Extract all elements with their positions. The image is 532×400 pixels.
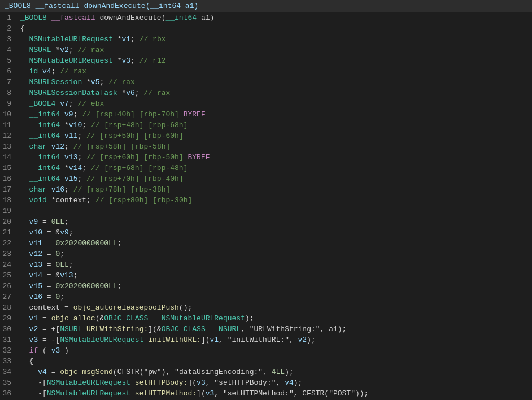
line-content: v4 = objc_msgSend(CFSTR("pw"), "dataUsin… (18, 367, 532, 377)
line-content: v12 = 0; (18, 249, 532, 259)
table-row: 10 __int64 v9; // [rsp+40h] [rbp-70h] BY… (0, 109, 532, 120)
line-content: context = objc_autoreleasepoolPush(); (18, 302, 532, 313)
line-number: 8 (0, 88, 18, 98)
line-content: { (18, 356, 532, 367)
line-number: 29 (0, 313, 18, 324)
table-row: 32 if ( v3 ) (0, 345, 532, 356)
line-number: 21 (0, 227, 18, 238)
line-number: 14 (0, 152, 18, 163)
line-number: 12 (0, 131, 18, 141)
line-content: v10 = &v9; (18, 227, 532, 238)
line-content (18, 206, 532, 216)
line-content: NSMutableURLRequest *v1; // rbx (18, 34, 532, 45)
line-content: __int64 *v10; // [rsp+48h] [rbp-68h] (18, 120, 532, 131)
line-number: 35 (0, 377, 18, 388)
line-content: NSURLSessionDataTask *v6; // rax (18, 88, 532, 98)
table-row: 24 v13 = 0LL; (0, 259, 532, 270)
line-number: 6 (0, 66, 18, 77)
line-number: 32 (0, 345, 18, 356)
table-row: 29 v1 = objc_alloc(&OBJC_CLASS___NSMutab… (0, 313, 532, 324)
title-bar: _BOOL8 __fastcall downAndExecute(__int64… (0, 0, 532, 12)
line-number: 33 (0, 356, 18, 367)
line-content: NSMutableURLRequest *v3; // r12 (18, 55, 532, 66)
line-number: 23 (0, 249, 18, 259)
table-row: 36 -[NSMutableURLRequest setHTTPMethod:]… (0, 388, 532, 399)
line-content: v1 = objc_alloc(&OBJC_CLASS___NSMutableU… (18, 313, 532, 324)
table-row: 16 __int64 v15; // [rsp+70h] [rbp-40h] (0, 173, 532, 184)
table-row: 27 v16 = 0; (0, 292, 532, 302)
line-content: char v12; // [rsp+58h] [rbp-58h] (18, 141, 532, 152)
line-content: v13 = 0LL; (18, 259, 532, 270)
table-row: 22 v11 = 0x2020000000LL; (0, 238, 532, 249)
table-row: 23 v12 = 0; (0, 249, 532, 259)
code-content: 1_BOOL8 __fastcall downAndExecute(__int6… (0, 12, 532, 400)
table-row: 25 v14 = &v13; (0, 270, 532, 281)
line-number: 17 (0, 184, 18, 195)
line-content: __int64 v13; // [rsp+60h] [rbp-50h] BYRE… (18, 152, 532, 163)
line-content: NSURL *v2; // rax (18, 45, 532, 55)
line-number: 9 (0, 98, 18, 109)
line-number: 26 (0, 281, 18, 292)
line-number: 22 (0, 238, 18, 249)
line-number: 1 (0, 12, 18, 23)
table-row: 26 v15 = 0x2020000000LL; (0, 281, 532, 292)
line-content: v14 = &v13; (18, 270, 532, 281)
line-content: v2 = +[NSURL URLWithString:](&OBJC_CLASS… (18, 324, 532, 334)
line-number: 13 (0, 141, 18, 152)
table-row: 15 __int64 *v14; // [rsp+68h] [rbp-48h] (0, 163, 532, 173)
table-row: 2{ (0, 23, 532, 34)
line-content: v15 = 0x2020000000LL; (18, 281, 532, 292)
line-number: 36 (0, 388, 18, 399)
table-row: 33 { (0, 356, 532, 367)
line-content: -[NSMutableURLRequest setHTTPBody:](v3, … (18, 377, 532, 388)
line-content: _BOOL8 __fastcall downAndExecute(__int64… (18, 12, 532, 23)
table-row: 8 NSURLSessionDataTask *v6; // rax (0, 88, 532, 98)
line-content: __int64 *v14; // [rsp+68h] [rbp-48h] (18, 163, 532, 173)
line-content: __int64 v11; // [rsp+50h] [rbp-60h] (18, 131, 532, 141)
line-content: void *context; // [rsp+80h] [rbp-30h] (18, 195, 532, 206)
table-row: 11 __int64 *v10; // [rsp+48h] [rbp-68h] (0, 120, 532, 131)
table-row: 31 v3 = -[NSMutableURLRequest initWithUR… (0, 334, 532, 345)
line-number: 10 (0, 109, 18, 120)
line-content: char v16; // [rsp+78h] [rbp-38h] (18, 184, 532, 195)
table-row: 19 (0, 206, 532, 216)
table-row: 1_BOOL8 __fastcall downAndExecute(__int6… (0, 12, 532, 23)
table-row: 34 v4 = objc_msgSend(CFSTR("pw"), "dataU… (0, 367, 532, 377)
line-content: v11 = 0x2020000000LL; (18, 238, 532, 249)
line-number: 18 (0, 195, 18, 206)
line-number: 31 (0, 334, 18, 345)
line-content: -[NSMutableURLRequest setHTTPMethod:](v3… (18, 388, 532, 399)
table-row: 9 _BOOL4 v7; // ebx (0, 98, 532, 109)
line-number: 24 (0, 259, 18, 270)
table-row: 5 NSMutableURLRequest *v3; // r12 (0, 55, 532, 66)
table-row: 28 context = objc_autoreleasepoolPush(); (0, 302, 532, 313)
table-row: 4 NSURL *v2; // rax (0, 45, 532, 55)
line-number: 27 (0, 292, 18, 302)
table-row: 7 NSURLSession *v5; // rax (0, 77, 532, 88)
table-row: 3 NSMutableURLRequest *v1; // rbx (0, 34, 532, 45)
line-content: __int64 v9; // [rsp+40h] [rbp-70h] BYREF (18, 109, 532, 120)
line-content: v9 = 0LL; (18, 216, 532, 227)
table-row: 17 char v16; // [rsp+78h] [rbp-38h] (0, 184, 532, 195)
line-content: v16 = 0; (18, 292, 532, 302)
table-row: 14 __int64 v13; // [rsp+60h] [rbp-50h] B… (0, 152, 532, 163)
line-number: 5 (0, 55, 18, 66)
line-content: if ( v3 ) (18, 345, 532, 356)
line-number: 7 (0, 77, 18, 88)
line-number: 30 (0, 324, 18, 334)
line-number: 34 (0, 367, 18, 377)
table-row: 21 v10 = &v9; (0, 227, 532, 238)
line-number: 25 (0, 270, 18, 281)
title-text: _BOOL8 __fastcall downAndExecute(__int64… (5, 2, 198, 10)
code-container: _BOOL8 __fastcall downAndExecute(__int64… (0, 0, 532, 400)
table-row: 13 char v12; // [rsp+58h] [rbp-58h] (0, 141, 532, 152)
line-number: 28 (0, 302, 18, 313)
line-content: id v4; // rax (18, 66, 532, 77)
line-content: v3 = -[NSMutableURLRequest initWithURL:]… (18, 334, 532, 345)
line-content: _BOOL4 v7; // ebx (18, 98, 532, 109)
line-number: 3 (0, 34, 18, 45)
table-row: 30 v2 = +[NSURL URLWithString:](&OBJC_CL… (0, 324, 532, 334)
line-number: 15 (0, 163, 18, 173)
table-row: 12 __int64 v11; // [rsp+50h] [rbp-60h] (0, 131, 532, 141)
line-content: __int64 v15; // [rsp+70h] [rbp-40h] (18, 173, 532, 184)
